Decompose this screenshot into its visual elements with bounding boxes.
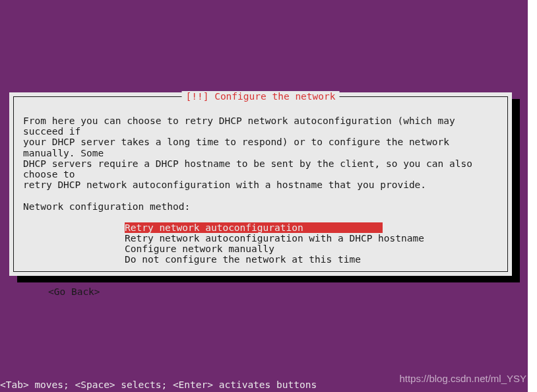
option-retry-autoconfig-hostname[interactable]: Retry network autoconfiguration with a D… bbox=[125, 233, 498, 244]
option-retry-autoconfig[interactable]: Retry network autoconfiguration bbox=[125, 222, 383, 233]
option-configure-manually[interactable]: Configure network manually bbox=[125, 244, 498, 254]
dialog-title-prefix: [!!] bbox=[186, 91, 209, 102]
dialog-title: [!!] Configure the network bbox=[182, 91, 340, 102]
dialog-frame: [!!] Configure the network From here you… bbox=[13, 96, 508, 272]
go-back-button[interactable]: <Go Back> bbox=[48, 286, 498, 297]
network-method-options: Retry network autoconfiguration Retry ne… bbox=[125, 222, 498, 265]
footer-help-text: <Tab> moves; <Space> selects; <Enter> ac… bbox=[0, 379, 317, 390]
option-do-not-configure[interactable]: Do not configure the network at this tim… bbox=[125, 254, 498, 265]
dialog-title-text: Configure the network bbox=[214, 91, 335, 102]
prompt-label: Network configuration method: bbox=[23, 201, 498, 212]
right-edge-strip bbox=[528, 0, 537, 392]
configure-network-dialog: [!!] Configure the network From here you… bbox=[9, 92, 512, 276]
watermark-text: https://blog.csdn.net/ml_YSY bbox=[399, 373, 526, 384]
dialog-description: From here you can choose to retry DHCP n… bbox=[23, 115, 498, 191]
